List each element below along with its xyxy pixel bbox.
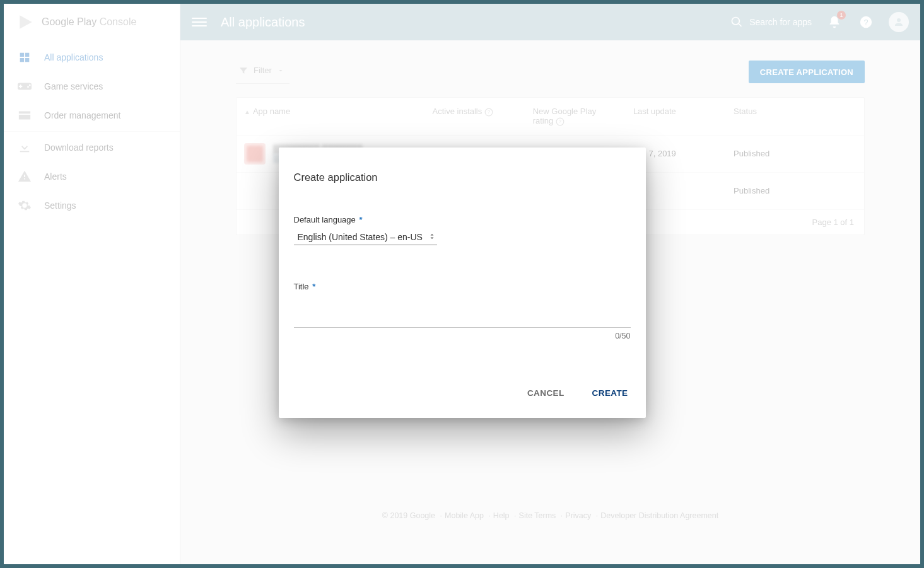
required-asterisk: * — [310, 282, 316, 291]
required-asterisk: * — [357, 215, 363, 224]
app-shell: Google Play Console All applications Gam… — [4, 4, 920, 564]
dialog-title: Create application — [294, 171, 631, 183]
title-char-counter: 0/50 — [294, 332, 631, 340]
title-input[interactable] — [294, 308, 631, 328]
create-button[interactable]: CREATE — [590, 385, 631, 402]
title-label: Title * — [294, 282, 631, 291]
default-language-label: Default language * — [294, 215, 631, 224]
cancel-button[interactable]: CANCEL — [525, 385, 567, 402]
language-select-input[interactable]: English (United States) – en-US — [294, 229, 437, 245]
create-application-dialog: Create application Default language * En… — [279, 148, 646, 418]
default-language-select[interactable]: English (United States) – en-US — [294, 229, 437, 245]
